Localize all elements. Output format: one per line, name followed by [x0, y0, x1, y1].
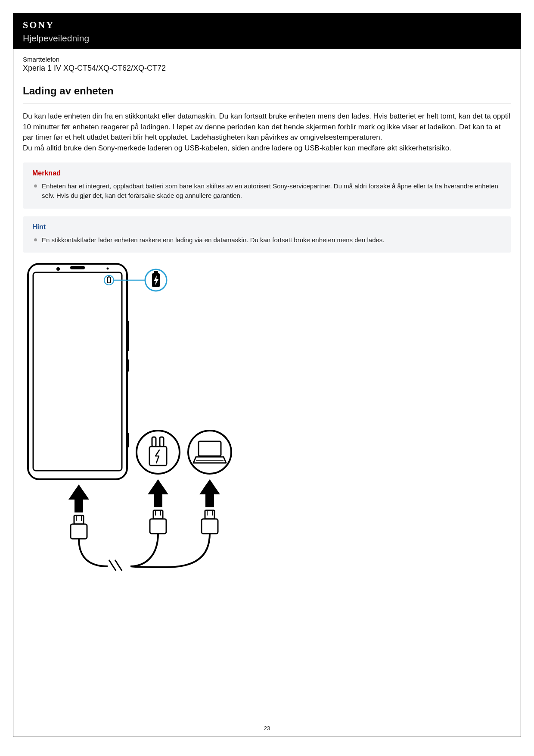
svg-rect-18	[160, 437, 164, 447]
svg-marker-24	[148, 479, 168, 507]
usb-connector-icon	[202, 510, 218, 534]
svg-rect-7	[127, 433, 129, 447]
svg-rect-30	[153, 510, 163, 519]
body-text: Du kan lade enheten din fra en stikkonta…	[23, 111, 511, 154]
svg-rect-21	[199, 441, 221, 456]
arrow-up-icon	[68, 484, 89, 512]
svg-point-2	[56, 267, 60, 271]
svg-rect-5	[127, 321, 129, 351]
usb-connector-icon	[150, 510, 166, 534]
svg-rect-31	[150, 519, 166, 534]
svg-rect-14	[154, 271, 158, 273]
guide-label: Hjelpeveiledning	[23, 33, 511, 44]
svg-rect-6	[127, 359, 129, 372]
wall-charger-icon	[137, 431, 180, 474]
hint-item: En stikkontaktlader lader enheten rasker…	[34, 235, 502, 245]
note-callout: Merknad Enheten har et integrert, opplad…	[23, 162, 511, 209]
note-title: Merknad	[32, 169, 502, 177]
header: SONY Hjelpeveiledning	[13, 13, 521, 49]
brand-logo: SONY	[23, 19, 511, 31]
svg-line-38	[109, 560, 116, 571]
arrow-up-icon	[148, 479, 168, 507]
svg-line-39	[115, 560, 122, 571]
svg-rect-34	[205, 510, 214, 519]
usb-connector-icon	[71, 515, 87, 539]
hint-callout: Hint En stikkontaktlader lader enheten r…	[23, 216, 511, 253]
charging-illustration	[24, 260, 511, 572]
svg-rect-26	[74, 515, 84, 524]
svg-rect-3	[70, 266, 85, 269]
svg-rect-17	[152, 437, 156, 447]
laptop-icon	[188, 431, 231, 474]
battery-charging-icon	[145, 269, 167, 291]
hint-title: Hint	[32, 223, 502, 231]
device-type: Smarttelefon	[23, 56, 511, 63]
device-model: Xperia 1 IV XQ-CT54/XQ-CT62/XQ-CT72	[23, 64, 511, 73]
svg-rect-10	[109, 276, 110, 277]
svg-rect-1	[33, 272, 122, 471]
svg-marker-25	[199, 479, 220, 507]
title-divider	[23, 103, 511, 103]
page-title: Lading av enheten	[23, 85, 511, 97]
page-number: 23	[13, 725, 521, 731]
svg-point-4	[107, 268, 109, 270]
svg-marker-23	[68, 484, 89, 512]
svg-rect-27	[71, 524, 87, 539]
arrow-up-icon	[199, 479, 220, 507]
svg-rect-35	[202, 519, 218, 534]
note-item: Enheten har et integrert, oppladbart bat…	[34, 181, 502, 201]
